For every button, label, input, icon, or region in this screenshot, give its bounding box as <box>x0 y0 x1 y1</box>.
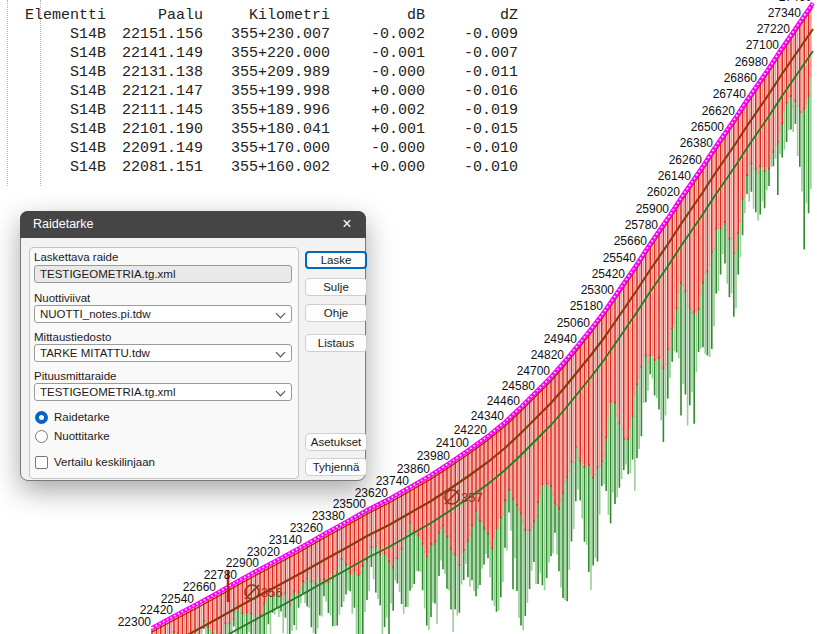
chevron-down-icon[interactable] <box>276 348 286 358</box>
pituusmittaraide-value: TESTIGEOMETRIA.tg.xml <box>40 386 175 398</box>
km-post-label: 357 <box>461 490 483 505</box>
close-icon[interactable]: × <box>330 211 364 238</box>
station-label: 23620 <box>355 486 389 500</box>
laskettava-raide-value: TESTIGEOMETRIA.tg.xml <box>40 268 175 280</box>
table-cell: 22091.149 <box>106 139 203 158</box>
checkbox-icon[interactable] <box>35 456 48 469</box>
sulje-button[interactable]: Sulje <box>305 278 367 296</box>
radio-raidetarke-label: Raidetarke <box>54 411 110 423</box>
station-label: 23260 <box>290 521 324 535</box>
station-label: 25180 <box>570 299 604 313</box>
dialog-titlebar[interactable]: Raidetarke × <box>20 211 366 238</box>
table-cell: S14B <box>18 101 106 120</box>
station-label: 25900 <box>636 202 670 216</box>
table-cell: 22081.151 <box>106 158 203 177</box>
table-row: S14B22151.156355+230.007-0.002-0.009 <box>18 25 518 44</box>
table-header-row: ElementtiPaaluKilometridBdZ <box>18 6 518 25</box>
column-header: dZ <box>425 6 518 25</box>
table-cell: -0.016 <box>425 82 518 101</box>
table-cell: +0.000 <box>330 82 425 101</box>
station-label: 24940 <box>544 332 578 346</box>
station-label: 24700 <box>517 364 551 378</box>
checkbox-vertailu-label: Vertailu keskilinjaan <box>54 456 155 468</box>
table-cell: 355+209.989 <box>203 63 330 82</box>
station-label: 23140 <box>269 533 303 547</box>
pituusmittaraide-label: Pituusmittaraide <box>34 370 116 383</box>
table-cell: 22101.190 <box>106 120 203 139</box>
table-row: S14B22131.138355+209.989-0.000-0.011 <box>18 63 518 82</box>
column-header: dB <box>330 6 425 25</box>
station-label: 24220 <box>454 423 488 437</box>
radio-raidetarke[interactable]: Raidetarke <box>35 410 110 424</box>
checkbox-vertailu[interactable]: Vertailu keskilinjaan <box>35 455 155 469</box>
table-cell: -0.019 <box>425 101 518 120</box>
radio-selected-icon[interactable] <box>35 411 48 424</box>
laskettava-raide-field[interactable]: TESTIGEOMETRIA.tg.xml <box>34 265 292 283</box>
asetukset-button[interactable]: Asetukset <box>305 433 367 451</box>
table-cell: +0.000 <box>330 158 425 177</box>
station-label: 22780 <box>204 568 238 582</box>
station-label: 25540 <box>603 251 637 265</box>
station-label: 23020 <box>247 545 281 559</box>
laske-button[interactable]: Laske <box>305 251 367 269</box>
ohje-button[interactable]: Ohje <box>305 304 367 322</box>
table-cell: 22131.138 <box>106 63 203 82</box>
table-cell: -0.010 <box>425 158 518 177</box>
pituusmittaraide-combo[interactable]: TESTIGEOMETRIA.tg.xml <box>34 383 292 401</box>
station-label: 26140 <box>658 169 692 183</box>
station-label: 26260 <box>669 153 703 167</box>
column-header: Kilometri <box>203 6 330 25</box>
table-cell: S14B <box>18 63 106 82</box>
table-cell: 22151.156 <box>106 25 203 44</box>
chevron-down-icon[interactable] <box>276 309 286 319</box>
table-cell: 22141.149 <box>106 44 203 63</box>
tree-rail <box>7 0 8 186</box>
mittaustiedosto-value: TARKE MITATTU.tdw <box>40 347 150 359</box>
table-row: S14B22081.151355+160.002+0.000-0.010 <box>18 158 518 177</box>
table-row: S14B22121.147355+199.998+0.000-0.016 <box>18 82 518 101</box>
column-header: Elementti <box>18 6 106 25</box>
table-cell: 22121.147 <box>106 82 203 101</box>
report-listing: ElementtiPaaluKilometridBdZS14B22151.156… <box>0 0 560 190</box>
table-cell: 355+170.000 <box>203 139 330 158</box>
nuottiviivat-label: Nuottiviivat <box>34 292 90 305</box>
station-label: 26500 <box>691 120 725 134</box>
table-cell: 355+189.996 <box>203 101 330 120</box>
station-label: 23980 <box>417 449 451 463</box>
station-label: 27220 <box>757 22 791 36</box>
radio-nuottitarke-label: Nuottitarke <box>54 430 110 442</box>
station-label: 24340 <box>471 409 505 423</box>
table-cell: 355+199.998 <box>203 82 330 101</box>
radio-nuottitarke[interactable]: Nuottitarke <box>35 429 110 443</box>
nuottiviivat-combo[interactable]: NUOTTI_notes.pi.tdw <box>34 305 292 323</box>
listaus-button[interactable]: Listaus <box>305 334 367 352</box>
station-label: 22540 <box>161 592 195 606</box>
radio-unselected-icon[interactable] <box>35 430 48 443</box>
station-label: 26020 <box>647 185 681 199</box>
station-label: 26980 <box>735 55 769 69</box>
station-label: 26620 <box>702 104 736 118</box>
station-label: 25420 <box>592 267 626 281</box>
table-cell: +0.002 <box>330 101 425 120</box>
station-label: 26740 <box>713 87 747 101</box>
station-label: 24580 <box>502 379 536 393</box>
table-row: S14B22091.149355+170.000-0.000-0.010 <box>18 139 518 158</box>
table-cell: -0.002 <box>330 25 425 44</box>
station-label: 25300 <box>581 283 615 297</box>
station-label: 24460 <box>487 394 521 408</box>
station-label: 26380 <box>680 136 714 150</box>
km-post-label: 356 <box>261 585 283 600</box>
table-cell: S14B <box>18 158 106 177</box>
mittaustiedosto-combo[interactable]: TARKE MITATTU.tdw <box>34 344 292 362</box>
table-cell: S14B <box>18 139 106 158</box>
laskettava-raide-label: Laskettava raide <box>34 251 118 264</box>
table-cell: -0.000 <box>330 139 425 158</box>
table-cell: -0.010 <box>425 139 518 158</box>
station-label: 27460 <box>779 0 813 4</box>
table-cell: 355+230.007 <box>203 25 330 44</box>
tyhjenna-button[interactable]: Tyhjennä <box>305 458 367 476</box>
station-label: 25660 <box>614 234 648 248</box>
table-cell: -0.015 <box>425 120 518 139</box>
chevron-down-icon[interactable] <box>276 387 286 397</box>
table-cell: S14B <box>18 120 106 139</box>
